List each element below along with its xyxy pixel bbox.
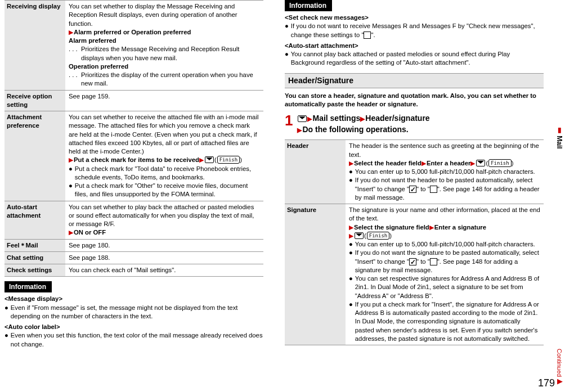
table-row: Attachment preference You can set whethe…	[5, 111, 263, 201]
triangle-icon: ▶	[360, 115, 365, 123]
bullet-icon: ●	[69, 165, 73, 173]
arrow-down-icon: ▶	[555, 377, 564, 385]
information-heading: Information	[285, 0, 332, 11]
finish-label-icon: Finish	[217, 156, 240, 164]
row-content: The signature is your name and other inf…	[346, 204, 544, 345]
triangle-icon: ▶	[69, 228, 73, 237]
checkbox-checked-icon	[409, 258, 416, 265]
finish-label-icon: Finish	[367, 232, 390, 240]
row-content: See page 159.	[65, 90, 263, 111]
bullet-icon: ●	[285, 50, 289, 58]
row-label: Receiving display	[5, 1, 65, 91]
row-content: See page 180.	[65, 239, 263, 251]
triangle-icon: ▶	[199, 156, 204, 164]
bullet-icon: ●	[349, 274, 353, 283]
continued-indicator: Continued▶	[554, 349, 564, 385]
row-content: You can check each of "Mail settings".	[65, 264, 263, 277]
mail-icon	[355, 232, 364, 239]
row-content: You can set whether to display the Messa…	[65, 1, 263, 91]
row-label: Receive option setting	[5, 90, 65, 111]
step-body: ▶Mail settings▶Header/signature ▶Do the …	[297, 113, 429, 135]
finish-label-icon: Finish	[488, 159, 512, 167]
checkbox-empty-icon	[430, 258, 437, 265]
triangle-icon: ▶	[307, 115, 312, 123]
row-label: Chat setting	[5, 251, 65, 264]
bullet-icon: ●	[349, 240, 353, 249]
triangle-icon: ▶	[421, 159, 426, 168]
bullet-icon: ●	[5, 331, 8, 340]
page-number: 179	[538, 376, 555, 390]
checkbox-empty-icon	[364, 31, 371, 39]
mail-icon	[298, 115, 307, 122]
row-label: Signature	[285, 204, 346, 345]
information-heading: Information	[5, 281, 52, 292]
row-content: You can set whether to play back the att…	[65, 201, 263, 239]
row-label: Auto-start attachment	[5, 201, 65, 239]
triangle-icon: ▶	[470, 159, 475, 168]
section-title: Header/Signature	[285, 73, 544, 88]
table-row: Receiving display You can set whether to…	[5, 1, 263, 91]
checkbox-empty-icon	[430, 186, 437, 193]
bullet-icon: ●	[285, 22, 289, 30]
left-column: Receiving display You can set whether to…	[5, 0, 263, 349]
step-number: 1	[285, 113, 293, 128]
triangle-icon: ▶	[69, 28, 73, 37]
table-row: Signature The signature is your name and…	[285, 204, 544, 345]
bullet-icon: ●	[349, 300, 353, 309]
triangle-icon: ▶	[297, 126, 302, 134]
table-row: Header The header is the sentence such a…	[285, 140, 544, 204]
table-row: Receive option setting See page 159.	[5, 90, 263, 111]
bullet-icon: ●	[5, 304, 8, 312]
row-label: Feel＊Mail	[5, 239, 65, 251]
row-label: Check settings	[5, 264, 65, 277]
bullet-icon: ●	[349, 176, 353, 184]
row-label: Attachment preference	[5, 111, 65, 201]
step-1: 1 ▶Mail settings▶Header/signature ▶Do th…	[285, 113, 544, 135]
mail-icon	[476, 160, 485, 166]
triangle-icon: ▶	[429, 223, 434, 232]
right-settings-table: Header The header is the sentence such a…	[285, 139, 544, 345]
row-content: You can set whether to receive the attac…	[65, 111, 263, 201]
table-row: Check settings You can check each of "Ma…	[5, 264, 263, 277]
bullet-icon: ●	[349, 168, 353, 176]
row-content: The header is the sentence such as greet…	[346, 140, 544, 204]
bullet-icon: ●	[69, 182, 73, 190]
triangle-icon: ▶	[69, 156, 73, 164]
triangle-icon: ▶	[349, 232, 353, 240]
right-column: Information <Set check new messages> ●If…	[285, 0, 544, 349]
bullet-icon: ●	[349, 249, 353, 257]
info-subhead: <Auto-start attachment>	[285, 42, 544, 50]
side-tab-mail: ▮ Mail	[554, 124, 565, 151]
triangle-icon: ▶	[349, 159, 353, 168]
info-subhead: <Auto color label>	[5, 323, 263, 331]
mail-icon	[205, 156, 214, 163]
checkbox-checked-icon	[409, 186, 416, 193]
row-content: See page 188.	[65, 251, 263, 264]
table-row: Feel＊Mail See page 180.	[5, 239, 263, 251]
row-label: Header	[285, 140, 346, 204]
table-row: Auto-start attachment You can set whethe…	[5, 201, 263, 239]
info-subhead: <Message display>	[5, 295, 263, 303]
section-intro: You can store a header, signature and qu…	[285, 92, 544, 109]
table-row: Chat setting See page 188.	[5, 251, 263, 264]
info-subhead: <Set check new messages>	[285, 13, 544, 22]
left-settings-table: Receiving display You can set whether to…	[5, 0, 263, 277]
triangle-icon: ▶	[349, 223, 353, 232]
